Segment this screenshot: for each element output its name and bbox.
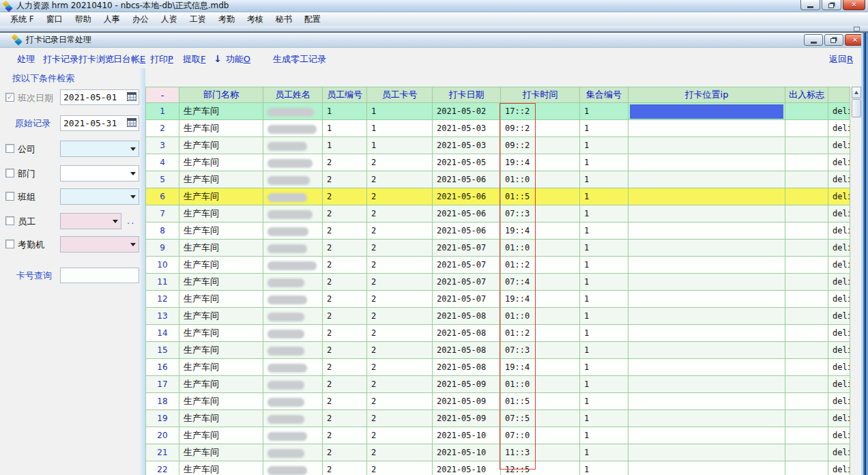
toolbar-item[interactable]: 提取F [183, 53, 205, 66]
toolbar-item[interactable]: 打卡浏览 [78, 53, 114, 66]
tail-cell[interactable]: deli [828, 240, 850, 257]
punch-date-cell[interactable]: 2021-05-09 [433, 393, 501, 410]
table-row[interactable]: 10生产车间222021-05-0701::21deli [146, 257, 850, 274]
punch-time-cell[interactable]: 11::3 [501, 444, 580, 461]
employee-name-cell[interactable] [263, 188, 323, 205]
employee-name-cell[interactable] [263, 410, 323, 427]
table-row[interactable]: 14生产车间222021-05-0801::21deli [146, 325, 850, 342]
employee-name-cell[interactable] [263, 120, 323, 137]
inout-flag-cell[interactable] [785, 325, 828, 342]
punch-time-cell[interactable]: 07::3 [501, 342, 580, 359]
department-cell[interactable]: 生产车间 [179, 325, 263, 342]
row-number-cell[interactable]: 16 [146, 359, 179, 376]
card-no-cell[interactable]: 2 [367, 171, 433, 188]
group-no-cell[interactable]: 1 [580, 205, 628, 222]
table-row[interactable]: 6生产车间222021-05-0601::51deli [146, 188, 850, 205]
row-number-cell[interactable]: 7 [146, 205, 179, 222]
group-no-cell[interactable]: 1 [580, 171, 628, 188]
row-number-cell[interactable]: 19 [146, 410, 179, 427]
department-cell[interactable]: 生产车间 [179, 257, 263, 274]
group-no-cell[interactable]: 1 [580, 291, 628, 308]
punch-date-cell[interactable]: 2021-05-10 [433, 444, 501, 461]
employee-name-cell[interactable] [263, 257, 323, 274]
employee-checkbox[interactable] [5, 216, 14, 225]
inout-flag-cell[interactable] [785, 393, 828, 410]
employee-no-cell[interactable]: 1 [323, 103, 367, 120]
card-no-cell[interactable]: 2 [367, 222, 433, 240]
punch-date-cell[interactable]: 2021-05-07 [433, 291, 501, 308]
punch-time-cell[interactable]: 01::0 [501, 171, 580, 188]
vertical-scrollbar[interactable] [852, 87, 861, 475]
employee-name-cell[interactable] [263, 103, 323, 120]
department-cell[interactable]: 生产车间 [179, 393, 263, 410]
table-row[interactable]: 20生产车间222021-05-1007::01deli [146, 427, 850, 444]
punch-date-cell[interactable]: 2021-05-08 [433, 325, 501, 342]
tail-cell[interactable]: deli [828, 137, 850, 154]
card-no-cell[interactable]: 1 [367, 103, 433, 120]
row-number-cell[interactable]: 12 [146, 291, 179, 308]
group-no-cell[interactable]: 1 [580, 427, 628, 444]
column-header[interactable]: 部门名称 [179, 87, 263, 103]
department-cell[interactable]: 生产车间 [179, 188, 263, 205]
employee-no-cell[interactable]: 2 [323, 376, 367, 393]
employee-name-cell[interactable] [263, 308, 323, 325]
inout-flag-cell[interactable] [785, 410, 828, 427]
row-number-cell[interactable]: 9 [146, 240, 179, 257]
toolbar-item[interactable]: ↓功能O [214, 53, 250, 66]
restore-button[interactable] [822, 0, 841, 10]
tail-cell[interactable]: deli [828, 410, 850, 427]
punch-ip-cell[interactable] [628, 257, 785, 274]
employee-name-cell[interactable] [263, 154, 323, 171]
tail-cell[interactable]: deli [828, 376, 850, 393]
employee-name-cell[interactable] [263, 240, 323, 257]
punch-time-cell[interactable]: 07::4 [501, 274, 580, 291]
punch-time-cell[interactable]: 01::5 [501, 393, 580, 410]
inout-flag-cell[interactable] [785, 257, 828, 274]
group-no-cell[interactable]: 1 [580, 308, 628, 325]
menu-item[interactable]: 考核 [241, 12, 270, 27]
inout-flag-cell[interactable] [785, 205, 828, 222]
tail-cell[interactable]: deli [828, 291, 850, 308]
column-header[interactable]: 员工姓名 [263, 87, 323, 103]
tail-cell[interactable]: deli [828, 154, 850, 171]
row-number-cell[interactable]: 18 [146, 393, 179, 410]
employee-no-cell[interactable]: 2 [323, 410, 367, 427]
card-no-cell[interactable]: 2 [367, 325, 433, 342]
column-header[interactable]: 员工卡号 [367, 87, 433, 103]
employee-name-cell[interactable] [263, 342, 323, 359]
department-cell[interactable]: 生产车间 [179, 427, 263, 444]
punch-ip-cell[interactable] [628, 325, 785, 342]
column-header[interactable]: 员工编号 [323, 87, 367, 103]
menu-item[interactable]: 帮助 [69, 12, 98, 27]
inout-flag-cell[interactable] [785, 188, 828, 205]
column-header[interactable]: 打卡日期 [433, 87, 501, 103]
table-row[interactable]: 5生产车间222021-05-0601::01deli [146, 171, 850, 188]
group-no-cell[interactable]: 1 [580, 137, 628, 154]
table-row[interactable]: 17生产车间222021-05-0901::01deli [146, 376, 850, 393]
punch-ip-cell[interactable] [628, 342, 785, 359]
employee-no-cell[interactable]: 2 [323, 308, 367, 325]
inout-flag-cell[interactable] [785, 120, 828, 137]
employee-no-cell[interactable]: 2 [323, 325, 367, 342]
table-row[interactable]: 8生产车间222021-05-0619::41deli [146, 222, 850, 240]
toolbar-item[interactable]: 处理 [17, 53, 35, 66]
column-header[interactable]: 打卡位置ip [628, 87, 785, 103]
punch-ip-cell[interactable] [628, 240, 785, 257]
card-no-cell[interactable]: 2 [367, 359, 433, 376]
table-row[interactable]: 21生产车间222021-05-1011::31deli [146, 444, 850, 461]
employee-no-cell[interactable]: 2 [323, 222, 367, 240]
punch-ip-cell[interactable] [628, 188, 785, 205]
department-cell[interactable]: 生产车间 [179, 461, 263, 475]
employee-no-cell[interactable]: 2 [323, 444, 367, 461]
punch-date-cell[interactable]: 2021-05-03 [433, 120, 501, 137]
table-row[interactable]: 2生产车间112021-05-0309::21deli [146, 120, 850, 137]
group-no-cell[interactable]: 1 [580, 325, 628, 342]
tail-cell[interactable]: deli [828, 444, 850, 461]
group-no-cell[interactable]: 1 [580, 359, 628, 376]
row-number-cell[interactable]: 1 [146, 103, 179, 120]
department-cell[interactable]: 生产车间 [179, 410, 263, 427]
inout-flag-cell[interactable] [785, 154, 828, 171]
row-number-cell[interactable]: 8 [146, 222, 179, 240]
punch-time-cell[interactable]: 01::5 [501, 188, 580, 205]
employee-no-cell[interactable]: 2 [323, 188, 367, 205]
